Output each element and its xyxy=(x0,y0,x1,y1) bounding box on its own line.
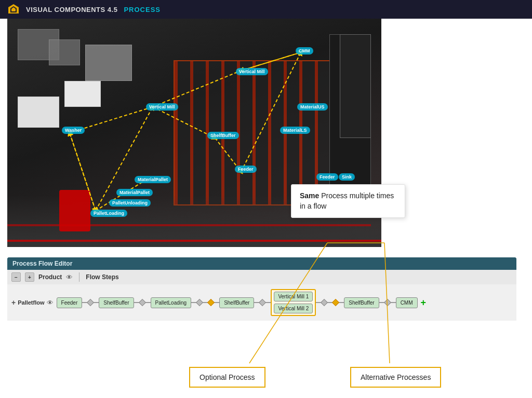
machine-block xyxy=(49,39,80,65)
label-palletloading: PalletLoading xyxy=(90,210,127,217)
white-machine xyxy=(18,97,59,128)
diamond-4 xyxy=(259,299,266,306)
optional-process-text: Optional Process xyxy=(200,373,255,381)
add-flow-button[interactable]: + xyxy=(11,298,16,307)
node-shelfbuffer-3[interactable]: ShelfBuffer xyxy=(344,297,395,308)
line xyxy=(265,302,271,303)
line xyxy=(214,302,219,303)
node-shelfbuffer-2-box[interactable]: ShelfBuffer xyxy=(219,297,254,308)
flow-editor-panel: Process Flow Editor − + Product 👁 Flow S… xyxy=(7,257,516,321)
diamond-5 xyxy=(321,299,328,306)
node-vertical-mill-2[interactable]: Vertical Mill 2 xyxy=(274,304,313,313)
node-palletloading-box[interactable]: PalletLoading xyxy=(151,297,192,308)
flow-steps-label: Flow Steps xyxy=(86,273,118,281)
plus-button[interactable]: + xyxy=(25,272,34,282)
diamond-orange-5 xyxy=(332,299,339,306)
connector-3 xyxy=(191,300,219,305)
label-materialpallet-1: MaterialPallet xyxy=(135,176,171,183)
node-palletloading[interactable]: PalletLoading xyxy=(151,297,220,308)
node-shelfbuffer-1-box[interactable]: ShelfBuffer xyxy=(99,297,134,308)
flow-name: Palletflow xyxy=(18,299,44,306)
tall-machine2 xyxy=(340,34,371,138)
label-feeder-1: Feeder xyxy=(235,166,257,173)
connector-1 xyxy=(82,300,99,305)
node-feeder[interactable]: Feeder xyxy=(57,297,99,308)
optional-process-label: Optional Process xyxy=(189,367,265,388)
alternative-processes-box: Alternative Processes xyxy=(350,367,441,388)
node-cmm-box[interactable]: CMM xyxy=(396,297,418,308)
robot-arm xyxy=(59,190,90,231)
diamond-orange-3 xyxy=(207,299,215,306)
separator xyxy=(79,272,79,282)
node-cmm[interactable]: CMM xyxy=(396,297,418,308)
callout-box: Same Process multiple times in a flow xyxy=(291,184,405,218)
diamond-6 xyxy=(384,299,391,306)
label-shelfbuffer: ShelfBuffer xyxy=(207,132,239,139)
node-shelfbuffer-3-box[interactable]: ShelfBuffer xyxy=(344,297,379,308)
label-feeder-2: Feeder xyxy=(316,173,338,181)
flow-row: + Palletflow 👁 Feeder ShelfBuffer Palle xyxy=(7,284,516,321)
flow-eye-icon[interactable]: 👁 xyxy=(47,299,54,307)
optional-process-box: Optional Process xyxy=(189,367,265,388)
diamond-3 xyxy=(196,299,203,306)
label-vertical-mill-1: Vertical Mill xyxy=(236,68,268,75)
alternative-processes-label: Alternative Processes xyxy=(350,367,441,388)
label-materialLs: MaterialLS xyxy=(280,127,310,134)
connector-2 xyxy=(134,300,151,305)
connector-5 xyxy=(316,300,344,305)
line xyxy=(94,302,99,303)
label-vertical-mill-2: Vertical Mill xyxy=(146,103,178,111)
callout-bold: Same xyxy=(300,191,319,200)
label-materialus: MaterialUS xyxy=(297,103,328,111)
app-title: VISUAL COMPONENTS 4.5 xyxy=(26,6,117,13)
flow-row-label: + Palletflow 👁 xyxy=(11,298,54,307)
machine-block xyxy=(85,45,132,81)
connector-4 xyxy=(254,300,271,305)
flow-editor-toolbar: − + Product 👁 Flow Steps xyxy=(7,270,516,284)
node-shelfbuffer-2[interactable]: ShelfBuffer xyxy=(219,297,271,308)
node-feeder-box[interactable]: Feeder xyxy=(57,297,83,308)
label-palletunloading: PalletUnloading xyxy=(109,199,151,207)
eye-icon[interactable]: 👁 xyxy=(66,273,73,281)
white-machine2 xyxy=(64,81,101,107)
minus-button[interactable]: − xyxy=(11,272,21,282)
connector-6 xyxy=(379,300,396,305)
label-washer: Washer xyxy=(62,127,85,134)
red-rack xyxy=(174,60,340,205)
label-materialpallet-2: MaterialPallet xyxy=(116,189,153,196)
node-shelfbuffer-1[interactable]: ShelfBuffer xyxy=(99,297,150,308)
line xyxy=(339,302,344,303)
product-label: Product xyxy=(38,273,62,281)
diamond-1 xyxy=(87,299,94,306)
label-sink: Sink xyxy=(339,173,355,181)
alternative-processes-text: Alternative Processes xyxy=(361,373,431,381)
top-bar: VISUAL COMPONENTS 4.5 PROCESS xyxy=(0,0,532,19)
label-cmm: CMM xyxy=(296,47,313,54)
flow-editor-title: Process Flow Editor xyxy=(7,257,516,270)
floor-line xyxy=(7,240,381,242)
add-node-button[interactable]: + xyxy=(421,297,427,308)
node-vertical-mills[interactable]: Vertical Mill 1 Vertical Mill 2 xyxy=(271,289,344,316)
diamond-2 xyxy=(138,299,145,306)
stacked-area: Vertical Mill 1 Vertical Mill 2 xyxy=(271,289,316,316)
app-subtitle: PROCESS xyxy=(124,6,161,13)
logo-icon xyxy=(7,3,20,16)
node-vertical-mill-1[interactable]: Vertical Mill 1 xyxy=(274,292,313,301)
